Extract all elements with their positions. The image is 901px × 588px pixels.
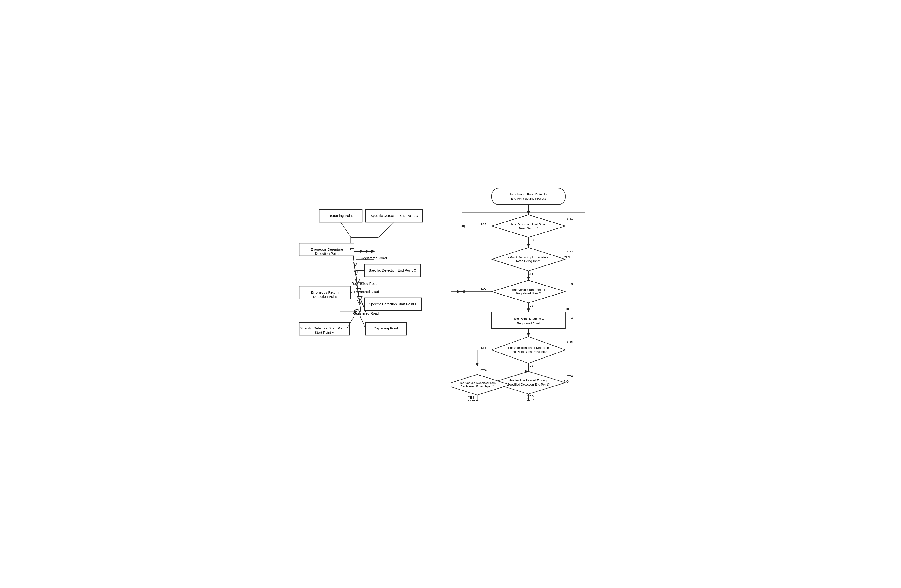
specific-start-a-label: Specific Detection Start Point A xyxy=(300,326,349,330)
n34-line2: Registered Road xyxy=(517,321,540,325)
n35-line1: Has Specification of Detection xyxy=(508,346,549,349)
specific-end-d-label: Specific Detection End Point D xyxy=(370,213,418,217)
svg-line-38 xyxy=(360,315,366,328)
st35-label: ST35 xyxy=(566,340,573,343)
no-st31: NO xyxy=(481,222,486,226)
registered-road-label3: Registered Road xyxy=(352,311,379,315)
st32-label: ST32 xyxy=(566,250,573,253)
st36-label: ST36 xyxy=(566,375,573,378)
title-line2: End Point Setting Process xyxy=(510,197,546,200)
st34-label: ST34 xyxy=(566,316,573,319)
right-flowchart: Unregistered Road Detection End Point Se… xyxy=(450,186,604,402)
n36-line1: Has Vehicle Passed Through xyxy=(508,379,548,382)
specific-start-a-label2: Start Point A xyxy=(315,330,334,334)
n31-line1: Has Detection Start Point xyxy=(511,222,546,226)
n38-line2: Registered Road Again? xyxy=(460,385,494,388)
no-st33: NO xyxy=(481,287,486,291)
n38-line1: Has Vehicle Departed from xyxy=(459,381,496,385)
no-st32: NO xyxy=(528,272,533,275)
erroneous-return-label: Erroneous Return xyxy=(311,290,338,294)
st37-label-text: ST37 xyxy=(527,397,534,401)
st31-label: ST31 xyxy=(566,217,573,220)
n33-line2: Registered Road? xyxy=(516,292,541,295)
no-st35: NO xyxy=(481,346,486,350)
svg-marker-10 xyxy=(353,262,357,266)
svg-line-20 xyxy=(379,222,394,237)
yes-st32: YES xyxy=(564,255,570,259)
unregistered-road-label: Unregistered Road xyxy=(350,289,379,293)
st39-label-text: ST39 xyxy=(468,398,475,401)
svg-rect-41 xyxy=(492,188,566,204)
erroneous-departure-label2: Detection Point xyxy=(315,251,339,255)
svg-line-19 xyxy=(341,222,351,237)
registered-road-label2: Registered Road xyxy=(351,281,377,285)
st33-label: ST33 xyxy=(566,283,573,286)
left-diagram: Returning Point Specific Detection End P… xyxy=(297,186,436,349)
n33-line1: Has Vehicle Returned to xyxy=(512,288,545,291)
n34-line1: Hold Point Returning to xyxy=(513,317,544,320)
n32-line2: Road Being Held? xyxy=(516,259,541,263)
st38-label: ST38 xyxy=(480,369,486,372)
erroneous-return-label2: Detection Point xyxy=(313,294,337,298)
erroneous-departure-label: Erroneous Departure xyxy=(310,247,343,251)
n31-line2: Been Set Up? xyxy=(519,226,538,230)
specific-end-c-label: Specific Detection End Point C xyxy=(368,268,416,272)
n36-line2: Specified Detection End Point? xyxy=(507,383,550,386)
departing-point-label: Departing Point xyxy=(374,326,398,330)
main-container: Returning Point Specific Detection End P… xyxy=(288,177,614,411)
specific-start-b-label: Specific Detection Start Point B xyxy=(369,302,417,306)
returning-point-label: Returning Point xyxy=(329,213,353,217)
n35-line2: End Point Been Provided? xyxy=(510,350,547,353)
title-line1: Unregistered Road Detection xyxy=(508,193,548,196)
n32-line1: Is Point Returning to Registered xyxy=(507,255,550,259)
